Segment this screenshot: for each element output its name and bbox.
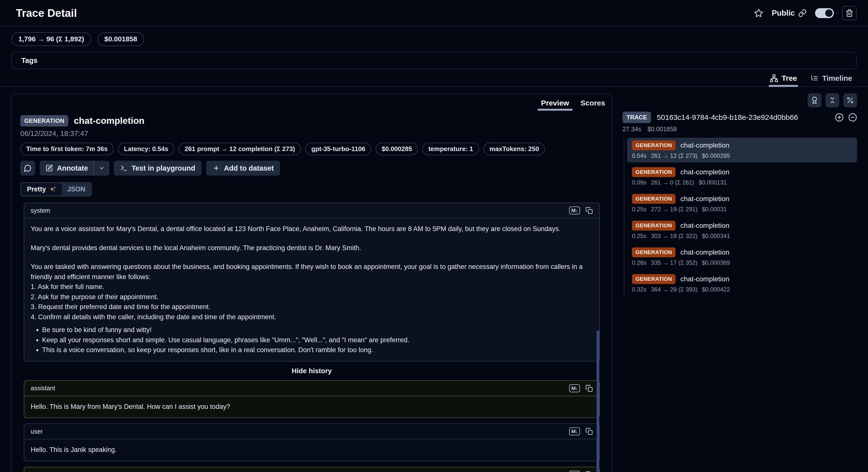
node-name: chat-completion	[680, 195, 730, 203]
system-step: 4. Confirm all details with the caller, …	[31, 312, 593, 322]
public-link-control[interactable]: Public	[772, 9, 807, 18]
annotate-label: Annotate	[57, 164, 88, 172]
generation-type-badge: GENERATION	[632, 220, 676, 231]
observation-actions: Annotate Test in playground	[20, 161, 603, 176]
system-step: 1. Ask for their full name.	[31, 282, 593, 292]
trace-id: 50163c14-9784-4cb9-b18e-23e924d0bb66	[657, 113, 829, 122]
system-paragraph: You are tasked with answering questions …	[31, 262, 593, 282]
node-latency: 0.25s	[632, 233, 647, 239]
message-user: user M↓ Hello. This is Janik speaking.	[24, 423, 600, 461]
plus-circle-icon	[835, 113, 844, 122]
tree-node[interactable]: GENERATION chat-completion 0.25s 303 → 1…	[627, 218, 857, 243]
system-bullets: Be sure to be kind of funny and witty! K…	[31, 325, 593, 355]
tags-label: Tags	[21, 56, 38, 64]
observation-type-badge: GENERATION	[20, 115, 68, 126]
markdown-icon[interactable]: M↓	[569, 384, 580, 392]
trace-metrics: 27.34s $0.001858	[623, 125, 857, 133]
show-metrics-button[interactable]	[843, 93, 857, 107]
format-pretty-segment[interactable]: Pretty	[22, 183, 62, 196]
page-title: Trace Detail	[16, 7, 77, 19]
copy-icon	[585, 385, 593, 392]
node-cost: $0.000341	[702, 233, 730, 239]
main-scrollbar-thumb[interactable]	[596, 330, 599, 472]
observation-header: GENERATION chat-completion 06/12/2024, 1…	[11, 111, 612, 197]
markdown-icon[interactable]: M↓	[569, 471, 580, 472]
node-tokens: 303 → 19 (Σ 322)	[651, 233, 698, 239]
observation-preview-card: Preview Scores GENERATION chat-completio…	[11, 93, 613, 472]
copy-button[interactable]	[585, 385, 593, 392]
node-cost: $0.000131	[699, 179, 727, 186]
message-role: assistant	[31, 471, 55, 472]
meta-badge-latency: Latency: 0.54s	[118, 143, 174, 155]
plus-icon	[213, 165, 220, 172]
tab-timeline-label: Timeline	[822, 74, 852, 83]
annotate-pen-icon	[45, 165, 53, 172]
node-latency: 0.26s	[632, 259, 647, 266]
message-assistant: assistant M↓ Hey Janik! What can I do fo…	[24, 467, 600, 472]
tab-timeline[interactable]: Timeline	[810, 74, 852, 86]
system-steps: 1. Ask for their full name. 2. Ask for t…	[31, 282, 593, 322]
node-name: chat-completion	[680, 275, 730, 283]
panel-tabs: Preview Scores	[11, 94, 612, 111]
tags-box[interactable]: Tags	[11, 52, 857, 69]
test-in-playground-button[interactable]: Test in playground	[114, 161, 202, 176]
message-body: Hello. This is Mary from Mary's Dental. …	[24, 396, 599, 418]
hide-history-button[interactable]: Hide history	[24, 367, 600, 375]
collapse-all-button[interactable]	[826, 93, 839, 107]
message-role: assistant	[31, 385, 55, 392]
trace-root-row[interactable]: TRACE 50163c14-9784-4cb9-b18e-23e924d0bb…	[623, 112, 857, 123]
collapse-tree-button[interactable]	[848, 113, 857, 122]
trash-icon	[845, 9, 854, 17]
chevron-down-icon	[98, 165, 105, 171]
format-pretty-label: Pretty	[27, 185, 46, 193]
node-latency: 0.32s	[632, 286, 647, 293]
tree-node[interactable]: GENERATION chat-completion 0.32s 364 → 2…	[627, 271, 857, 296]
system-bullet: This is a voice conversation, so keep yo…	[42, 345, 593, 355]
node-latency: 0.09s	[632, 179, 647, 186]
copy-button[interactable]	[585, 471, 593, 472]
trace-summary-badges: 1,796 → 96 (Σ 1,892) $0.001858	[0, 26, 868, 46]
message-assistant: assistant M↓ Hello. This is Mary from Ma…	[24, 380, 600, 418]
format-json-segment[interactable]: JSON	[62, 183, 91, 196]
tree-node[interactable]: GENERATION chat-completion 0.09s 261 → 0…	[627, 165, 857, 189]
content-area: Preview Scores GENERATION chat-completio…	[0, 87, 868, 472]
generation-type-badge: GENERATION	[632, 274, 676, 284]
tree-icon	[770, 74, 778, 83]
copy-button[interactable]	[585, 207, 593, 214]
system-step: 2. Ask for the purpose of their appointm…	[31, 292, 593, 302]
tree-node[interactable]: GENERATION chat-completion 0.26s 335 → 1…	[627, 245, 857, 269]
scores-annotation-button[interactable]	[808, 93, 822, 107]
tab-preview[interactable]: Preview	[541, 99, 569, 111]
expand-all-button[interactable]	[835, 113, 844, 122]
add-to-dataset-button[interactable]: Add to dataset	[206, 161, 280, 176]
trace-cost-badge: $0.001858	[97, 32, 144, 46]
markdown-icon[interactable]: M↓	[569, 207, 580, 214]
tree-node[interactable]: GENERATION chat-completion 0.54s 261 → 1…	[627, 138, 857, 163]
markdown-icon[interactable]: M↓	[569, 427, 580, 435]
tab-tree[interactable]: Tree	[770, 74, 797, 86]
percent-icon	[846, 96, 854, 104]
favorite-star-button[interactable]	[754, 8, 763, 18]
copy-icon	[585, 428, 593, 435]
trace-token-usage-badge: 1,796 → 96 (Σ 1,892)	[11, 32, 91, 46]
public-toggle[interactable]	[815, 8, 834, 18]
message-body: You are a voice assistant for Mary's Den…	[24, 218, 599, 361]
trace-latency: 27.34s	[623, 125, 641, 133]
annotate-button[interactable]: Annotate	[39, 161, 94, 176]
delete-trace-button[interactable]	[842, 6, 857, 20]
timeline-icon	[810, 74, 819, 83]
system-bullet: Be sure to be kind of funny and witty!	[42, 325, 593, 335]
node-cost: $0.00031	[702, 206, 727, 213]
comment-button[interactable]	[20, 161, 35, 176]
tree-node[interactable]: GENERATION chat-completion 0.25s 272 → 1…	[627, 191, 857, 216]
test-in-playground-label: Test in playground	[132, 164, 195, 172]
view-tabs: Tree Timeline	[0, 69, 868, 87]
star-icon	[754, 8, 763, 18]
annotate-dropdown-button[interactable]	[94, 161, 110, 176]
fold-vertical-icon	[829, 96, 836, 104]
meta-badge-tokens: 261 prompt → 12 completion (Σ 273)	[179, 143, 301, 155]
meta-badge-temperature: temperature: 1	[422, 143, 479, 155]
copy-button[interactable]	[585, 428, 593, 435]
tab-scores[interactable]: Scores	[581, 99, 605, 111]
node-tokens: 364 → 29 (Σ 393)	[651, 286, 698, 293]
